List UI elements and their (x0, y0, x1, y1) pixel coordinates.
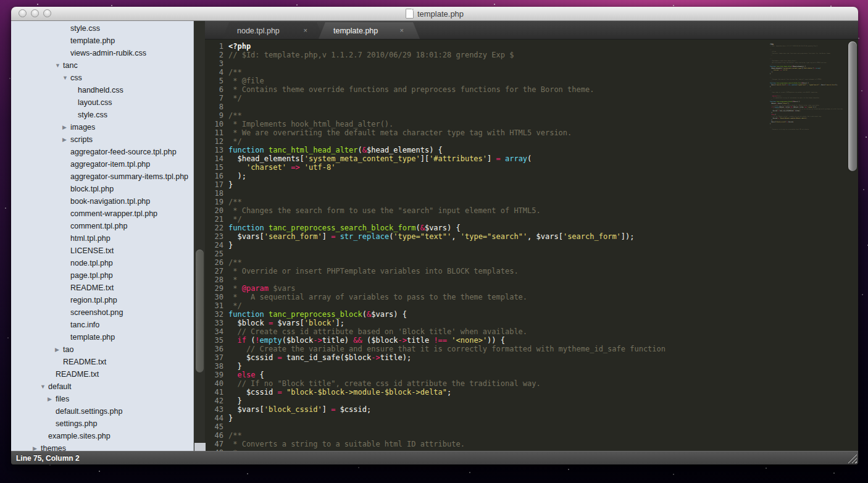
tree-file-html.tpl.php[interactable]: html.tpl.php (11, 232, 193, 245)
line-number: 26 (205, 258, 223, 267)
code-line-content: if (!empty($block->title) && ($block->ti… (223, 336, 505, 345)
tree-item-label: comment.tpl.php (70, 222, 127, 230)
disclosure-triangle-open-icon[interactable]: ▼ (55, 62, 63, 69)
tree-file-default.settings.php[interactable]: default.settings.php (11, 405, 193, 418)
tree-file-comment-wrapper.tpl.php[interactable]: comment-wrapper.tpl.php (11, 208, 193, 220)
editor-body: 1<?php2// $Id: template.php,v 1.1.2.7 20… (205, 40, 858, 451)
tree-folder-scripts[interactable]: ▶scripts (11, 133, 193, 146)
tree-item-label: tanc.info (70, 321, 99, 329)
tab-template.php[interactable]: template.php× (319, 22, 420, 39)
tree-folder-tanc[interactable]: ▼tanc (11, 59, 193, 72)
line-number: 20 (205, 206, 223, 215)
tab-close-icon[interactable]: × (304, 27, 307, 34)
code-line-content: * Override or insert PHPTemplate variabl… (223, 267, 519, 275)
code-line-content: function tanc_html_head_alter(&$head_ele… (223, 146, 443, 154)
disclosure-triangle-closed-icon[interactable]: ▶ (33, 445, 41, 451)
disclosure-triangle-closed-icon[interactable]: ▶ (48, 396, 56, 402)
sidebar-scrollbar[interactable] (193, 21, 205, 451)
tree-file-book-navigation.tpl.php[interactable]: book-navigation.tpl.php (11, 195, 193, 208)
line-number: 12 (205, 137, 223, 146)
code-line-content: $vars['search_form'] = str_replace('type… (769, 84, 838, 86)
tab-close-icon[interactable]: × (400, 27, 404, 34)
tree-item-label: example.sites.php (48, 432, 111, 440)
tree-folder-files[interactable]: ▶files (11, 393, 193, 405)
tree-file-settings.php[interactable]: settings.php (11, 418, 193, 430)
disclosure-triangle-closed-icon[interactable]: ▶ (62, 124, 70, 130)
disclosure-triangle-closed-icon[interactable]: ▶ (55, 346, 63, 353)
code-line-16: 16 ); (205, 172, 769, 180)
minimize-button[interactable] (31, 9, 39, 17)
code-line-17: 17} (205, 180, 769, 189)
tree-file-example.sites.php[interactable]: example.sites.php (11, 430, 193, 442)
zoom-button[interactable] (43, 9, 51, 17)
line-number: 18 (205, 189, 223, 198)
tree-file-layout.css[interactable]: layout.css (11, 96, 193, 109)
tree-file-handheld.css[interactable]: handheld.css (11, 84, 193, 96)
tree-file-page.tpl.php[interactable]: page.tpl.php (11, 269, 193, 282)
disclosure-triangle-open-icon[interactable]: ▼ (62, 75, 70, 81)
editor-scrollbar[interactable] (848, 40, 858, 451)
tree-item-label: book-navigation.tpl.php (70, 197, 150, 206)
tree-file-LICENSE.txt[interactable]: LICENSE.txt (11, 245, 193, 257)
tree-folder-images[interactable]: ▶images (11, 121, 193, 133)
line-number: 3 (205, 59, 223, 68)
code-line-content: * We are overwriting the default meta ch… (223, 128, 572, 137)
tree-file-aggregator-summary-items.tpl.php[interactable]: aggregator-summary-items.tpl.php (11, 170, 193, 183)
code-line-9: 9/** (205, 111, 769, 120)
code-line-21: 21 */ (205, 215, 769, 224)
disclosure-triangle-closed-icon[interactable]: ▶ (62, 136, 70, 143)
tab-node.tpl.php[interactable]: node.tpl.php× (222, 22, 323, 39)
code-line-content: * @param $vars (223, 284, 295, 293)
code-line-23: $vars['search_form'] = str_replace('type… (769, 84, 848, 86)
tree-file-aggregator-feed-source.tpl.php[interactable]: aggregator-feed-source.tpl.php (11, 146, 193, 158)
tree-file-README.txt[interactable]: README.txt (11, 282, 193, 294)
minimap[interactable]: <?php// $Id: template.php,v 1.1.2.7 2010… (769, 40, 848, 451)
tree-folder-default[interactable]: ▼default (11, 380, 193, 393)
code-line-content: $cssid = "block-$block->module-$block->d… (223, 388, 451, 397)
tree-folder-tao[interactable]: ▶tao (11, 343, 193, 356)
code-line-content: /** (223, 258, 242, 267)
line-number: 32 (205, 310, 223, 319)
tree-file-views-admin-rubik.css[interactable]: views-admin-rubik.css (11, 47, 193, 59)
code-line-38: 38 } (205, 362, 769, 371)
disclosure-triangle-open-icon[interactable]: ▼ (40, 384, 48, 390)
line-number: 29 (205, 284, 223, 293)
line-number: 25 (205, 250, 223, 258)
code-area[interactable]: 1<?php2// $Id: template.php,v 1.1.2.7 20… (205, 40, 769, 451)
code-line-39: 39 else { (205, 371, 769, 379)
tree-item-label: html.tpl.php (70, 234, 111, 243)
tree-file-tanc.info[interactable]: tanc.info (11, 319, 193, 331)
line-number: 22 (205, 224, 223, 232)
code-line-content: * Converts a string to a suitable html I… (769, 128, 809, 130)
tree-file-template.php[interactable]: template.php (11, 331, 193, 343)
tree-file-screenshot.png[interactable]: screenshot.png (11, 306, 193, 319)
tree-file-style.css[interactable]: style.css (11, 109, 193, 121)
line-number: 45 (205, 422, 223, 431)
line-number: 17 (205, 180, 223, 189)
code-line-content: ); (223, 172, 246, 180)
sidebar-scrollbar-thumb[interactable] (196, 250, 204, 372)
tree-folder-themes[interactable]: ▶themes (11, 442, 193, 451)
resize-grip[interactable] (848, 454, 857, 463)
close-button[interactable] (19, 9, 27, 17)
code-line-15: 15 'charset' => 'utf-8' (205, 163, 769, 172)
window-titlebar[interactable]: template.php (11, 7, 858, 21)
tree-file-README.txt[interactable]: README.txt (11, 356, 193, 368)
tree-file-comment.tpl.php[interactable]: comment.tpl.php (11, 220, 193, 232)
tree-file-node.tpl.php[interactable]: node.tpl.php (11, 257, 193, 269)
tree-file-style.css[interactable]: style.css (11, 22, 193, 35)
tree-file-block.tpl.php[interactable]: block.tpl.php (11, 183, 193, 195)
line-number: 36 (205, 345, 223, 353)
tree-file-README.txt[interactable]: README.txt (11, 368, 193, 380)
code-line-43: 43 $vars['block_cssid'] = $cssid; (205, 405, 769, 414)
editor-scrollbar-thumb[interactable] (848, 41, 857, 171)
code-line-content: * Implements hook_html_head_alter(). (223, 120, 393, 128)
line-number: 15 (205, 163, 223, 172)
line-number: 16 (205, 172, 223, 180)
tree-file-aggregator-item.tpl.php[interactable]: aggregator-item.tpl.php (11, 158, 193, 170)
tree-file-template.php[interactable]: template.php (11, 35, 193, 47)
tree-file-region.tpl.php[interactable]: region.tpl.php (11, 294, 193, 306)
code-line-content: /** (223, 68, 242, 77)
tree-folder-css[interactable]: ▼css (11, 72, 193, 84)
line-number: 23 (205, 232, 223, 241)
